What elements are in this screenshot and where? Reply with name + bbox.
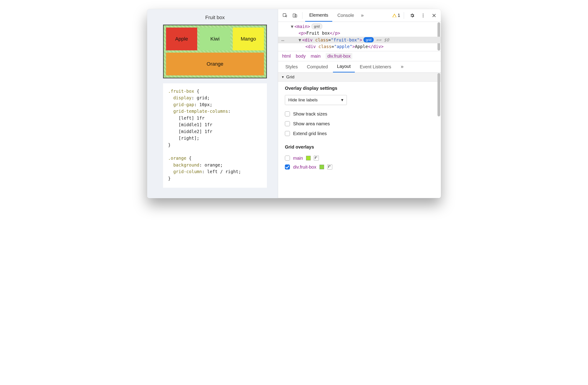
grid-cell-kiwi: Kiwi — [199, 28, 231, 50]
styles-subtabs: Styles Computed Layout Event Listeners » — [278, 61, 441, 73]
warning-count: 1 — [398, 13, 400, 18]
page-title: Fruit box — [163, 15, 267, 21]
grid-cell-mango: Mango — [233, 28, 264, 50]
separator — [302, 12, 302, 19]
line-labels-select[interactable]: Hide line labels ▾ — [285, 95, 347, 105]
close-icon[interactable] — [429, 11, 439, 20]
option-extend-grid-lines[interactable]: Extend grid lines — [285, 129, 434, 139]
select-value: Hide line labels — [288, 98, 318, 103]
svg-rect-1 — [293, 14, 295, 17]
grid-section-header[interactable]: ▼ Grid — [278, 73, 441, 82]
breadcrumb-main[interactable]: main — [311, 54, 320, 59]
scrollbar-thumb[interactable] — [438, 22, 440, 51]
dom-node-apple[interactable]: <div class="apple">Apple</div> — [278, 43, 441, 50]
subtab-layout[interactable]: Layout — [333, 61, 355, 72]
devtools-top-tabbar: Elements Console » 1 — [278, 9, 441, 22]
svg-point-5 — [423, 13, 423, 14]
more-tabs-icon[interactable]: » — [359, 13, 365, 19]
option-show-track-sizes[interactable]: Show track sizes — [285, 109, 434, 119]
kebab-menu-icon[interactable] — [419, 11, 428, 20]
gear-icon[interactable] — [408, 11, 417, 20]
css-code-block: .fruit-box { display: grid; grid-gap: 10… — [163, 83, 267, 188]
checkbox[interactable] — [285, 111, 290, 116]
subtab-styles[interactable]: Styles — [281, 61, 302, 72]
overlay-name: div.fruit-box — [293, 165, 316, 170]
breadcrumb-body[interactable]: body — [296, 54, 306, 59]
more-subtabs-icon[interactable]: » — [399, 64, 405, 70]
subtab-computed[interactable]: Computed — [303, 61, 332, 72]
overlay-settings-heading: Overlay display settings — [285, 86, 434, 91]
svg-rect-3 — [394, 15, 395, 16]
separator — [404, 12, 404, 19]
dom-tree[interactable]: ▼<main>grid <p>Fruit box</p> ▼<div class… — [278, 22, 441, 51]
highlight-icon[interactable] — [327, 165, 332, 170]
grid-overlay-main[interactable]: main — [285, 154, 434, 163]
grid-overlays-heading: Grid overlays — [285, 144, 434, 150]
devtools-window: Fruit box Apple Kiwi Mango Orange .fruit… — [147, 9, 441, 198]
svg-point-6 — [423, 15, 423, 16]
grid-cell-apple: Apple — [166, 28, 197, 50]
rendered-page-panel: Fruit box Apple Kiwi Mango Orange .fruit… — [147, 9, 278, 198]
inspect-element-icon[interactable] — [280, 11, 290, 20]
option-label: Extend grid lines — [293, 131, 327, 136]
svg-rect-2 — [295, 15, 297, 17]
svg-rect-4 — [394, 16, 395, 17]
subtab-event-listeners[interactable]: Event Listeners — [356, 61, 395, 72]
svg-point-7 — [423, 16, 423, 17]
highlight-icon[interactable] — [314, 156, 319, 161]
dom-node-fruit-box[interactable]: ▼<div class="fruit-box">grid== $0 — [278, 37, 441, 43]
color-swatch[interactable] — [319, 165, 324, 169]
grid-cell-orange: Orange — [166, 53, 264, 75]
tab-console[interactable]: Console — [333, 9, 358, 22]
dom-node-p[interactable]: <p>Fruit box</p> — [278, 30, 441, 37]
option-show-area-names[interactable]: Show area names — [285, 119, 434, 129]
layout-grid-section: ▼ Grid Overlay display settings Hide lin… — [278, 73, 441, 198]
device-toolbar-icon[interactable] — [290, 11, 299, 20]
breadcrumb: html body main div.fruit-box — [278, 51, 441, 61]
grid-overlay-fruit-box[interactable]: div.fruit-box — [285, 163, 434, 171]
devtools-panel: Elements Console » 1 — [278, 9, 441, 198]
grid-section-title: Grid — [286, 74, 294, 80]
overlay-name: main — [293, 156, 303, 161]
option-label: Show track sizes — [293, 111, 327, 117]
checkbox[interactable] — [285, 165, 290, 170]
breadcrumb-div-fruit-box[interactable]: div.fruit-box — [326, 53, 353, 59]
tab-elements[interactable]: Elements — [305, 9, 332, 22]
chevron-down-icon: ▾ — [341, 97, 343, 103]
dom-node-main[interactable]: ▼<main>grid — [278, 23, 441, 30]
fruit-box-grid: Apple Kiwi Mango Orange — [163, 25, 267, 78]
checkbox[interactable] — [285, 121, 290, 126]
checkbox[interactable] — [285, 156, 290, 161]
color-swatch[interactable] — [306, 156, 311, 160]
disclosure-triangle-icon: ▼ — [281, 75, 284, 79]
checkbox[interactable] — [285, 131, 290, 136]
breadcrumb-html[interactable]: html — [282, 54, 291, 59]
warning-badge[interactable]: 1 — [392, 13, 400, 18]
option-label: Show area names — [293, 121, 330, 127]
